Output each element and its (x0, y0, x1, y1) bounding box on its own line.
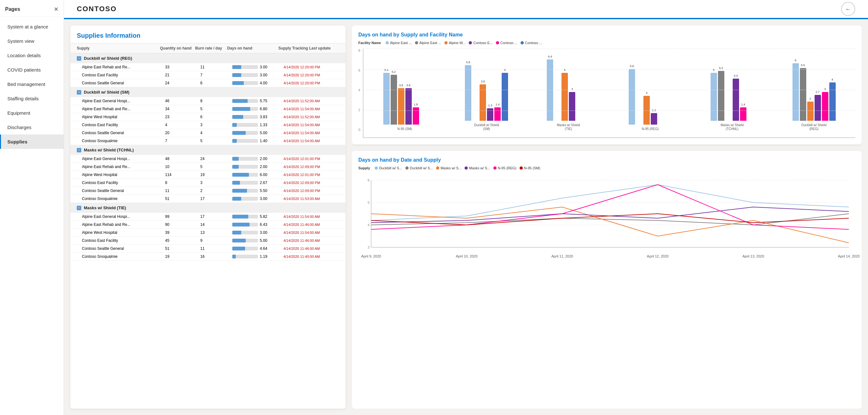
line-legend-item: N-95 (REG) (493, 166, 516, 170)
cell-days: 2.67 (232, 180, 283, 185)
bar-value-label: 5.8 (465, 61, 471, 64)
svg-text:April 11, 2020: April 11, 2020 (551, 254, 573, 258)
cell-days: 5.75 (232, 99, 283, 103)
cell-qty: 10 (165, 165, 200, 169)
group-expand-icon[interactable]: – (77, 90, 81, 95)
sidebar-item-staffing-details[interactable]: Staffing details (0, 91, 64, 106)
cell-date: 4/14/2020 11:54:00 AM (283, 123, 339, 127)
sidebar-item-covid-patients[interactable]: COVID patients (0, 63, 64, 77)
cell-burn: 9 (200, 238, 232, 243)
table-row: Contoso East Facility2173.004/14/2020 12… (70, 71, 345, 79)
cell-burn: 11 (200, 65, 232, 69)
bar-group-label: Duckbill w/ Shield (REG) (800, 123, 828, 131)
days-bar-bg (232, 81, 258, 85)
cell-burn: 7 (200, 73, 232, 77)
days-bar-fill (232, 239, 246, 242)
bar: 5.4 (383, 73, 390, 125)
cell-supply: Contoso East Facility (82, 73, 165, 77)
cell-supply: Contoso Seattle General (82, 131, 165, 135)
cell-date: 4/14/2020 11:54:00 AM (283, 215, 339, 218)
close-button[interactable]: ✕ (54, 6, 59, 13)
supplies-panel: Supplies Information Supply Quantity on … (70, 26, 345, 409)
days-bar-fill (232, 139, 237, 143)
table-row: Alpine East General Hospi...4685.754/14/… (70, 97, 345, 105)
bar-value-label: 3 (822, 88, 828, 91)
cell-burn: 11 (200, 246, 232, 251)
back-button[interactable]: ← (841, 2, 855, 16)
col-qty: Quantity on hand (160, 46, 195, 50)
legend-color-dot (405, 167, 409, 170)
cell-days: 3.00 (232, 230, 283, 235)
days-bar-fill (232, 65, 241, 69)
sidebar-item-system-view[interactable]: System view (0, 34, 64, 48)
table-header: Supply Quantity on hand Burn rate / day … (70, 43, 345, 54)
group-name: Masks w/ Shield (TIE) (84, 205, 126, 210)
days-value: 3.00 (260, 197, 267, 201)
cell-qty: 24 (165, 81, 200, 85)
line-chart-legend: Supply Duckbill w/ S...Duckbill w/ S...M… (358, 166, 855, 170)
cell-burn: 6 (200, 81, 232, 85)
group-expand-icon[interactable]: – (77, 206, 81, 210)
sidebar-item-discharges[interactable]: Discharges (0, 120, 64, 135)
group-header: –Duckbill w/ Shield (SM) (70, 87, 345, 97)
legend-label: Alpine East ... (420, 41, 441, 45)
bar-value-label: 2.7 (814, 91, 821, 94)
sidebar-item-supplies[interactable]: Supplies (0, 135, 64, 149)
days-value: 4.64 (260, 246, 267, 251)
days-bar-fill (232, 231, 241, 235)
cell-days: 5.82 (232, 214, 283, 219)
bar-group-label: Masks w/ Shield (TCHNL) (718, 123, 746, 131)
days-bar-bg (232, 223, 258, 227)
cell-days: 3.00 (232, 73, 283, 77)
days-value: 2.00 (260, 165, 267, 169)
group-header: –Masks w/ Shield (TIE) (70, 203, 345, 213)
group-expand-icon[interactable]: – (77, 56, 81, 61)
sidebar-item-system-glance[interactable]: System at a glance (0, 20, 64, 34)
top-bar: CONTOSO ← (64, 0, 868, 19)
bar-value-label: 1.4 (740, 103, 746, 106)
bar-group: 65.522.734Duckbill w/ Shield (REG) (793, 44, 836, 131)
days-bar-bg (232, 215, 258, 218)
group-expand-icon[interactable]: – (77, 148, 81, 152)
cell-burn: 16 (200, 254, 232, 259)
legend-color-dot (520, 167, 523, 170)
days-bar-bg (232, 231, 258, 235)
bar-value-label: 6 (793, 59, 799, 62)
bars-row: 5.45.23.83.81.8 (383, 48, 427, 125)
cell-supply: Alpine East Rehab and Re... (82, 165, 165, 169)
cell-qty: 23 (165, 115, 200, 119)
svg-text:April 14, 2020: April 14, 2020 (838, 254, 860, 258)
cell-date: 4/14/2020 11:40:00 AM (283, 255, 339, 258)
legend-label: Alpine East ... (390, 41, 412, 45)
bar: 5 (561, 73, 568, 121)
sidebar-item-equipment[interactable]: Equipment (0, 106, 64, 120)
days-bar-fill (232, 189, 247, 193)
bar: 1.2 (651, 113, 657, 125)
table-row: Alpine East Rehab and Re...33113.004/14/… (70, 63, 345, 71)
cell-days: 3.00 (232, 197, 283, 201)
days-bar-fill (232, 215, 248, 218)
bar-value-label: 3 (643, 91, 650, 95)
sidebar-item-location-details[interactable]: Location details (0, 48, 64, 63)
bar: 5.2 (718, 71, 724, 121)
cell-burn: 6 (200, 115, 232, 119)
cell-burn: 17 (200, 214, 232, 219)
cell-qty: 20 (165, 131, 200, 135)
cell-supply: Contoso Snoqualmie (82, 139, 165, 143)
sidebar-item-bed-management[interactable]: Bed management (0, 77, 64, 91)
line-legend-item: Masks w/ S... (436, 166, 461, 170)
cell-date: 4/14/2020 12:09:00 PM (283, 189, 339, 193)
bar: 5 (711, 73, 717, 121)
cell-supply: Contoso East Facility (82, 238, 165, 243)
bar: 5.8 (465, 65, 471, 121)
bar-chart-legend: Facility Name Alpine East ...Alpine East… (358, 41, 855, 45)
cell-qty: 45 (165, 238, 200, 243)
table-scroll[interactable]: –Duckbill w/ Shield (REG)Alpine East Reh… (70, 54, 345, 409)
table-row: Contoso Seattle General2464.004/14/2020 … (70, 79, 345, 87)
bar-value-label: 5.5 (800, 64, 806, 67)
group-name: Duckbill w/ Shield (SM) (84, 90, 129, 95)
bar-legend-item: Contoso ... (521, 41, 542, 45)
days-value: 3.00 (260, 73, 267, 77)
days-bar-bg (232, 107, 258, 111)
days-bar-fill (232, 247, 245, 250)
